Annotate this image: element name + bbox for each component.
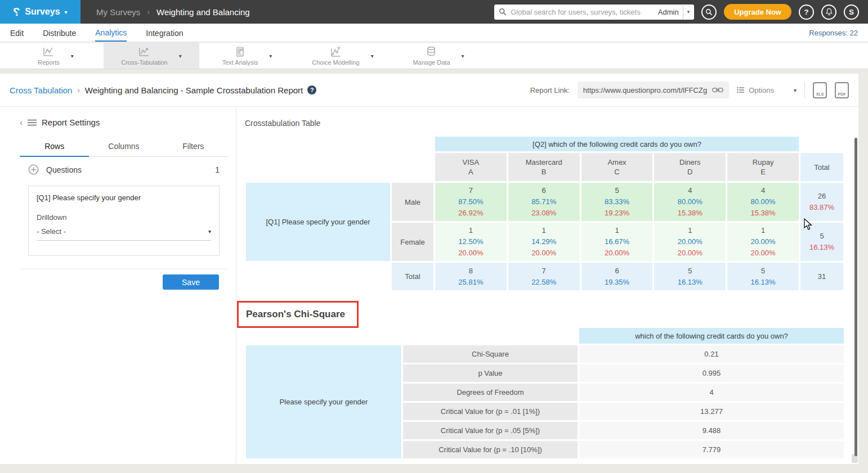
help-button[interactable]: ?	[799, 4, 814, 20]
tool-cross-tabulation[interactable]: Cross-Tabulation ▾	[104, 43, 199, 69]
chevron-down-icon[interactable]: ▾	[687, 9, 690, 15]
cell-row-pct: 80.00%	[678, 196, 703, 208]
crosstab-table: [Q2] which of the following credit cards…	[246, 137, 843, 290]
chi-square-table: which of the following credit cards do y…	[246, 328, 844, 458]
upgrade-button[interactable]: Upgrade Now	[724, 4, 791, 20]
column-header: DinersD	[654, 153, 726, 181]
cell-count: 1	[469, 225, 473, 236]
divider	[683, 5, 683, 19]
chi-stat-value: 9.488	[579, 422, 844, 439]
collapse-icon[interactable]: ‹	[20, 118, 23, 127]
crosstab-cell: 120.00%20.00%	[727, 223, 799, 261]
chi-stat-label: Critical Value for (p = .05 [5%])	[403, 422, 578, 439]
red-annotation-box: Pearson's Chi-Square	[237, 301, 359, 328]
report-link-box[interactable]: https://www.questionpro.com/t/lFFCZg	[578, 82, 729, 98]
cell-pct: 25.81%	[458, 277, 483, 288]
chi-row-header: Please specify your gender	[246, 345, 401, 458]
cell-count: 5	[761, 265, 765, 277]
cell-row-pct: 12.50%	[458, 236, 483, 247]
column-name: Diners	[679, 157, 701, 167]
total-row-cell: 722.58%	[508, 263, 580, 290]
top-navbar: ? Surveys ▾ My Surveys › Weighting and B…	[0, 0, 868, 24]
options-menu[interactable]: Options ▾	[737, 86, 797, 94]
content-panel: Cross Tabulation › Weighting and Balanci…	[0, 74, 858, 464]
add-circle-icon[interactable]	[28, 164, 39, 175]
chevron-down-icon[interactable]: ▾	[462, 53, 464, 59]
tool-label: Reports	[38, 59, 60, 66]
divider	[20, 269, 228, 269]
responses-count[interactable]: Responses: 22	[809, 29, 858, 37]
tool-label: Manage Data	[413, 59, 450, 66]
cell-count: 5	[688, 265, 692, 277]
cell-count: 7	[469, 185, 473, 196]
crosstab-cell: 112.50%20.00%	[435, 223, 507, 261]
chevron-down-icon: ▾	[65, 9, 68, 15]
tab-rows[interactable]: Rows	[20, 138, 89, 157]
scrollbar-thumb[interactable]	[854, 138, 857, 456]
nav-my-surveys[interactable]: My Surveys	[96, 7, 140, 17]
chevron-down-icon[interactable]: ▾	[71, 53, 74, 59]
breadcrumb-separator-icon: ›	[77, 86, 79, 94]
cell-pct: 16.13%	[751, 277, 776, 288]
menu-integration[interactable]: Integration	[146, 25, 183, 41]
topbar-actions: Admin ▾ Upgrade Now ? S	[494, 4, 868, 20]
chevron-down-icon[interactable]: ▾	[371, 53, 374, 59]
product-menu[interactable]: ? Surveys ▾	[0, 0, 80, 24]
column-code: B	[542, 167, 547, 177]
questions-header: Questions 1	[28, 164, 220, 175]
crosstab-cell: 114.29%20.00%	[508, 223, 580, 261]
tool-text-analysis[interactable]: Text Analysis ▾	[199, 43, 295, 69]
total-row-cell: 516.13%	[654, 263, 726, 290]
cell-row-pct: 20.00%	[678, 236, 703, 247]
drilldown-value: - Select -	[37, 227, 66, 236]
search-scope-label[interactable]: Admin	[658, 8, 679, 16]
total-row-cell: 516.13%	[727, 263, 799, 290]
chi-stat-value: 13.277	[579, 403, 844, 420]
save-button[interactable]: Save	[163, 274, 219, 290]
search-button[interactable]	[701, 4, 717, 20]
search-input[interactable]	[511, 8, 654, 16]
notifications-button[interactable]	[821, 4, 836, 20]
total-column-header: Total	[800, 153, 843, 181]
tool-manage-data[interactable]: Manage Data ▾	[391, 43, 486, 69]
questions-label: Questions	[46, 165, 82, 174]
export-pdf-button[interactable]: PDF	[835, 82, 849, 98]
grand-total-cell: 31	[800, 263, 843, 290]
sidebar-header: ‹ Report Settings	[20, 118, 100, 127]
avatar[interactable]: S	[844, 4, 859, 20]
tool-choice-modelling[interactable]: Choice Modelling ▾	[295, 43, 391, 69]
report-main: Crosstabulation Table [Q2] which of the …	[236, 107, 858, 464]
chevron-down-icon[interactable]: ▾	[269, 53, 272, 59]
hamburger-icon[interactable]	[28, 119, 37, 126]
drilldown-select[interactable]: - Select - ▾	[37, 227, 211, 241]
report-header-row: Cross Tabulation › Weighting and Balanci…	[0, 74, 858, 107]
cell-row-pct: 14.29%	[531, 236, 556, 247]
cell-col-pct: 20.00%	[531, 247, 556, 259]
global-search[interactable]: Admin ▾	[494, 4, 694, 20]
help-icon[interactable]: ?	[307, 85, 316, 94]
tab-filters[interactable]: Filters	[159, 138, 228, 156]
xls-icon: XLS	[816, 92, 824, 96]
crosstab-cell: 120.00%20.00%	[654, 223, 726, 261]
cell-count: 8	[469, 265, 473, 277]
tab-columns[interactable]: Columns	[89, 138, 158, 156]
tool-reports[interactable]: Reports ▾	[8, 43, 104, 69]
chi-stat-label: p Value	[403, 364, 578, 382]
cell-row-pct: 85.71%	[531, 196, 556, 208]
chi-question-banner: which of the following credit cards do y…	[579, 328, 844, 344]
breadcrumb-cross-tabulation[interactable]: Cross Tabulation	[10, 85, 72, 95]
report-url[interactable]: https://www.questionpro.com/t/lFFCZg	[583, 86, 707, 94]
product-name: Surveys	[25, 7, 60, 17]
cell-row-pct: 16.67%	[605, 236, 629, 247]
chi-square-heading: Pearson's Chi-Square	[246, 309, 345, 320]
menu-analytics[interactable]: Analytics	[95, 24, 127, 42]
chevron-down-icon[interactable]: ▾	[179, 53, 182, 59]
cell-count: 1	[761, 225, 765, 236]
column-code: C	[614, 167, 619, 177]
chi-stat-value: 0.21	[579, 345, 844, 363]
question-card[interactable]: [Q1] Please specify your gender Drilldow…	[28, 186, 220, 256]
cell-col-pct: 20.00%	[678, 247, 703, 259]
menu-distribute[interactable]: Distribute	[43, 25, 76, 41]
export-xls-button[interactable]: XLS	[813, 82, 827, 98]
menu-edit[interactable]: Edit	[10, 25, 24, 41]
